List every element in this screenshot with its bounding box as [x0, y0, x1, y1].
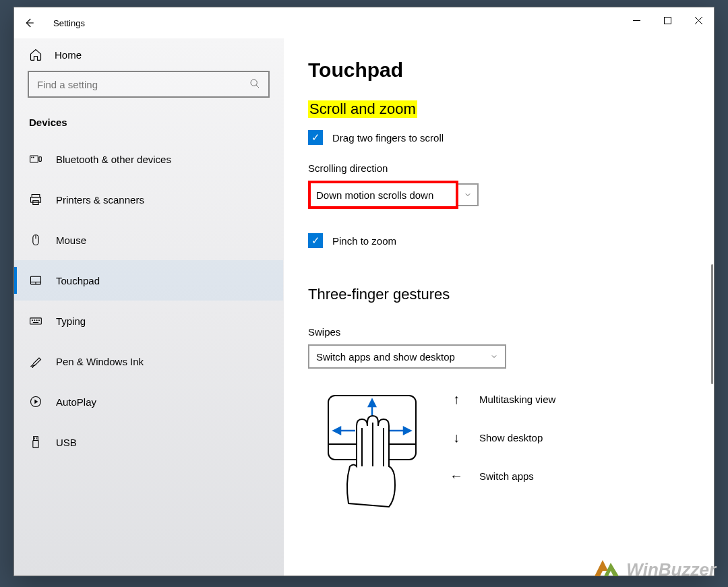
maximize-button[interactable]	[652, 7, 683, 33]
drag-scroll-checkbox-row[interactable]: ✓ Drag two fingers to scroll	[308, 130, 690, 145]
swipes-value: Switch apps and show desktop	[316, 351, 455, 363]
sidebar-item-mouse[interactable]: Mouse	[14, 220, 283, 260]
arrow-icon: ↑	[450, 392, 463, 407]
sidebar-section-header: Devices	[14, 104, 283, 139]
svg-point-8	[32, 157, 32, 158]
sidebar-item-touchpad[interactable]: Touchpad	[14, 260, 283, 301]
svg-marker-33	[369, 400, 375, 406]
sidebar-item-printer[interactable]: Printers & scanners	[14, 179, 283, 220]
keyboard-icon	[29, 314, 42, 328]
gesture-legend-item: ↑Multitasking view	[450, 392, 555, 407]
scrolling-direction-label: Scrolling direction	[308, 162, 690, 174]
svg-line-5	[256, 85, 259, 88]
sidebar-item-label: AutoPlay	[56, 396, 96, 408]
sidebar-home-label: Home	[55, 49, 82, 61]
gesture-legend-item: ←Switch apps	[450, 468, 555, 484]
chevron-down-icon[interactable]	[458, 183, 479, 206]
sidebar-item-label: USB	[56, 437, 77, 448]
scrolling-direction-dropdown[interactable]: Down motion scrolls down	[308, 181, 458, 209]
titlebar: Settings	[14, 7, 714, 38]
back-button[interactable]	[14, 7, 44, 38]
svg-rect-18	[30, 318, 42, 324]
bluetooth-devices-icon	[29, 152, 42, 166]
svg-rect-26	[34, 437, 38, 441]
svg-marker-35	[334, 427, 340, 434]
printer-icon	[29, 193, 42, 206]
close-button[interactable]	[683, 7, 714, 33]
sidebar-item-label: Printers & scanners	[56, 194, 144, 206]
gesture-legend-label: Show desktop	[479, 432, 543, 443]
page-title: Touchpad	[308, 59, 690, 82]
pinch-zoom-checkbox-row[interactable]: ✓ Pinch to zoom	[308, 233, 690, 248]
sidebar-item-keyboard[interactable]: Typing	[14, 301, 283, 341]
svg-point-22	[39, 320, 40, 321]
sidebar-item-label: Bluetooth & other devices	[56, 154, 171, 165]
scroll-zoom-header: Scroll and zoom	[308, 100, 417, 118]
sidebar-item-bluetooth-devices[interactable]: Bluetooth & other devices	[14, 139, 283, 179]
three-finger-gesture-illustration	[308, 389, 423, 520]
arrow-icon: ←	[450, 468, 463, 484]
pinch-zoom-label: Pinch to zoom	[332, 235, 396, 247]
svg-rect-1	[664, 17, 671, 24]
checkbox-checked-icon: ✓	[308, 130, 323, 145]
mouse-icon	[29, 233, 42, 247]
svg-rect-27	[33, 441, 38, 448]
search-icon	[249, 78, 260, 91]
drag-scroll-label: Drag two fingers to scroll	[332, 132, 444, 144]
minimize-button[interactable]	[621, 7, 652, 33]
sidebar-item-usb[interactable]: USB	[14, 422, 283, 462]
watermark: WinBuzzer	[593, 559, 716, 580]
svg-point-9	[33, 157, 34, 158]
settings-window: Settings Home	[13, 7, 715, 576]
search-input[interactable]	[37, 79, 249, 90]
window-title: Settings	[53, 18, 85, 28]
sidebar: Home Devices Bluetooth & other devicesPr…	[14, 38, 284, 576]
svg-rect-10	[32, 195, 40, 197]
sidebar-item-label: Pen & Windows Ink	[56, 356, 144, 367]
sidebar-item-label: Touchpad	[56, 275, 100, 286]
svg-rect-7	[39, 157, 41, 162]
arrow-icon: ↓	[450, 430, 463, 445]
sidebar-item-label: Mouse	[56, 235, 86, 246]
scrolling-direction-value: Down motion scrolls down	[316, 189, 433, 201]
sidebar-item-autoplay[interactable]: AutoPlay	[14, 381, 283, 422]
checkbox-checked-icon: ✓	[308, 233, 323, 248]
swipes-dropdown[interactable]: Switch apps and show desktop	[308, 344, 506, 369]
svg-marker-25	[34, 400, 38, 404]
home-icon	[29, 48, 42, 61]
search-box[interactable]	[28, 71, 270, 98]
svg-rect-11	[31, 197, 41, 203]
gesture-legend-label: Multitasking view	[479, 394, 555, 405]
autoplay-icon	[29, 395, 42, 408]
sidebar-item-label: Typing	[56, 315, 86, 327]
touchpad-icon	[29, 274, 42, 287]
scrollbar-indicator[interactable]	[711, 264, 713, 384]
sidebar-home[interactable]: Home	[14, 38, 283, 71]
svg-point-4	[251, 80, 257, 86]
chevron-down-icon	[490, 351, 498, 363]
swipes-label: Swipes	[308, 326, 690, 338]
usb-icon	[29, 435, 42, 449]
three-finger-header: Three-finger gestures	[308, 286, 450, 303]
svg-rect-6	[30, 156, 38, 162]
svg-marker-37	[404, 427, 411, 434]
gesture-legend-item: ↓Show desktop	[450, 430, 555, 445]
watermark-text: WinBuzzer	[626, 559, 716, 580]
pen-icon	[29, 354, 42, 368]
gesture-legend-label: Switch apps	[479, 470, 534, 482]
svg-point-21	[36, 320, 37, 321]
watermark-logo-icon	[593, 559, 621, 580]
svg-point-19	[32, 320, 33, 321]
content-area: Touchpad Scroll and zoom ✓ Drag two fing…	[284, 38, 714, 576]
sidebar-item-pen[interactable]: Pen & Windows Ink	[14, 341, 283, 381]
svg-point-20	[34, 320, 35, 321]
